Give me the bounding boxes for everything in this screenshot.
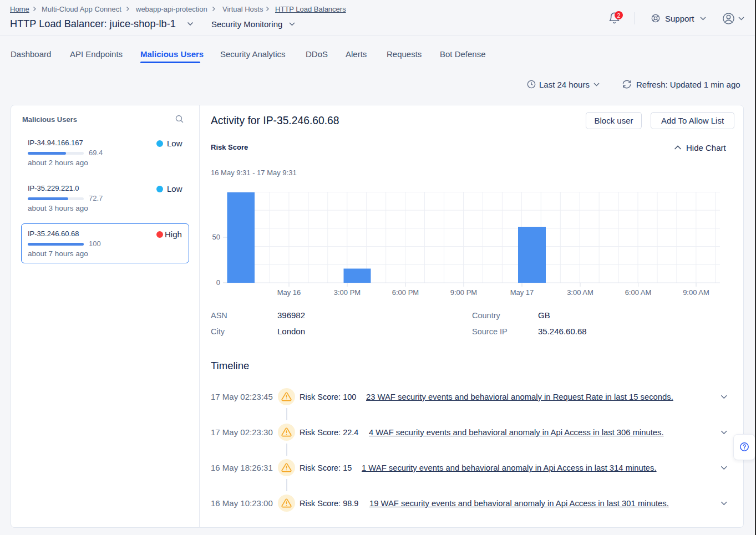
svg-text:3:00 AM: 3:00 AM	[567, 288, 593, 297]
svg-text:9:00 PM: 9:00 PM	[450, 288, 477, 297]
svg-text:May 16: May 16	[277, 288, 301, 297]
svg-text:0: 0	[216, 278, 220, 287]
svg-text:3:00 PM: 3:00 PM	[334, 288, 361, 297]
svg-text:6:00 PM: 6:00 PM	[392, 288, 419, 297]
svg-text:50: 50	[212, 233, 220, 241]
svg-text:9:00 AM: 9:00 AM	[683, 288, 709, 297]
svg-text:6:00 AM: 6:00 AM	[625, 288, 652, 297]
svg-text:May 17: May 17	[510, 288, 534, 297]
